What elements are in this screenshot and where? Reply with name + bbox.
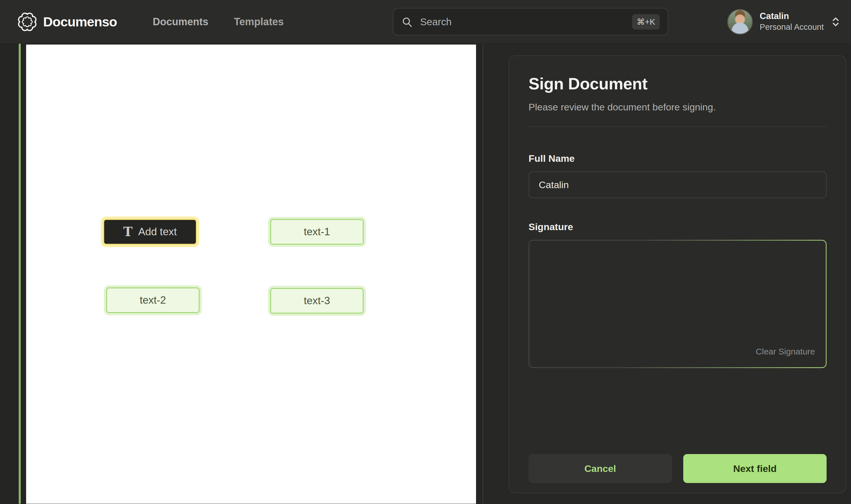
full-name-label: Full Name	[529, 153, 827, 164]
logo-link[interactable]: Documenso	[18, 12, 117, 32]
field-add-text[interactable]: T Add text	[103, 219, 197, 245]
document-edge-accent	[19, 44, 21, 504]
sign-sidebar: Sign Document Please review the document…	[482, 44, 851, 504]
panel-divider	[529, 126, 827, 127]
cancel-button[interactable]: Cancel	[529, 454, 672, 483]
logo-text: Documenso	[43, 14, 117, 30]
account-menu[interactable]: Catalin Personal Account	[727, 9, 841, 35]
account-info: Catalin Personal Account	[760, 11, 824, 32]
avatar	[727, 9, 753, 35]
signature-label: Signature	[529, 221, 827, 232]
account-name: Catalin	[760, 11, 824, 22]
sign-document-card: Sign Document Please review the document…	[509, 55, 847, 493]
top-navbar: Documenso Documents Templates ⌘+K Catali…	[0, 0, 851, 44]
field-label: text-1	[304, 226, 330, 238]
panel-title: Sign Document	[529, 74, 827, 93]
field-label: Add text	[138, 226, 177, 238]
search-bar[interactable]: ⌘+K	[393, 8, 668, 35]
nav-link-documents[interactable]: Documents	[153, 16, 208, 28]
search-input[interactable]	[420, 16, 625, 28]
app-root: Documenso Documents Templates ⌘+K Catali…	[0, 0, 851, 504]
account-type: Personal Account	[760, 22, 824, 33]
text-type-icon: T	[123, 226, 132, 238]
signature-pad[interactable]: Clear Signature	[529, 240, 827, 368]
field-text-3[interactable]: text-3	[270, 288, 364, 313]
field-label: text-2	[140, 294, 166, 306]
document-page: T Add text text-1 text-2 text-3	[26, 44, 476, 504]
clear-signature-button[interactable]: Clear Signature	[756, 347, 815, 356]
field-label: text-3	[304, 295, 330, 307]
documenso-logo-icon	[18, 12, 37, 32]
action-buttons: Cancel Next field	[529, 454, 827, 483]
search-shortcut-badge: ⌘+K	[632, 14, 660, 30]
main-nav: Documents Templates	[153, 16, 284, 28]
nav-link-templates[interactable]: Templates	[234, 16, 284, 28]
next-field-button[interactable]: Next field	[683, 454, 827, 483]
full-name-input[interactable]	[529, 172, 827, 198]
panel-subtitle: Please review the document before signin…	[529, 102, 827, 113]
field-text-2[interactable]: text-2	[106, 287, 199, 313]
chevrons-up-down-icon	[831, 16, 841, 28]
field-text-1[interactable]: text-1	[270, 219, 364, 245]
main-content: T Add text text-1 text-2 text-3 Sign Doc…	[0, 44, 851, 504]
search-icon	[401, 16, 413, 28]
